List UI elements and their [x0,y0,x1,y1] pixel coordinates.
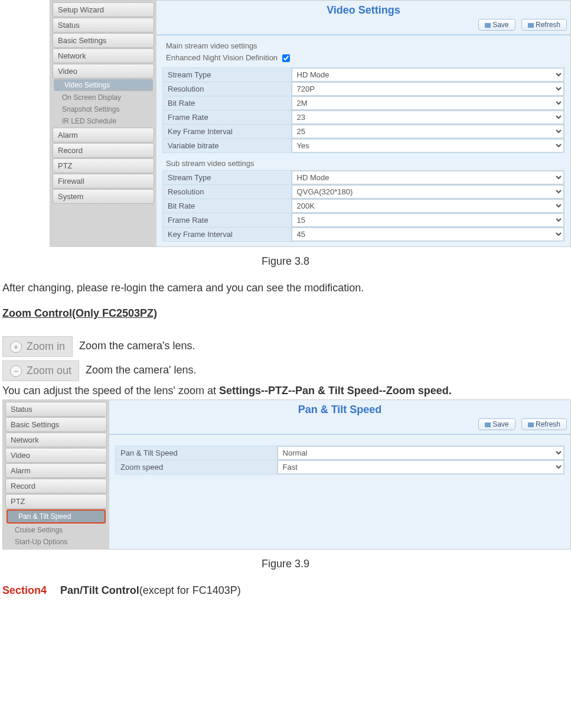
main-panel: Video Settings Save Refresh Main stream … [156,1,570,246]
refresh-label: Refresh [536,21,560,29]
main-frame-rate-select[interactable]: 23 [292,110,564,124]
sub-bit-rate-label: Bit Rate [163,199,292,213]
panel-title-ptz: Pan & Tilt Speed [109,400,570,417]
video-settings-screenshot: Setup Wizard Status Basic Settings Netwo… [50,0,571,247]
section4-rest: (except for FC1403P) [139,584,241,596]
sub-stream-type-label: Stream Type [163,171,292,185]
sidebar-item-ir-led-schedule[interactable]: IR LED Schedule [51,115,155,127]
sub-key-frame-label: Key Frame Interval [163,228,292,242]
zoom-out-description: Zoom the camera' lens. [86,364,197,376]
save-label-2: Save [492,420,508,428]
panel-title: Video Settings [156,1,570,18]
save-button[interactable]: Save [478,19,515,31]
sidebar-item-record-2[interactable]: Record [5,479,107,493]
sidebar-item-setup-wizard[interactable]: Setup Wizard [53,2,154,17]
figure-3-8-caption: Figure 3.8 [0,255,571,268]
sidebar-item-network[interactable]: Network [53,48,154,63]
sidebar-item-alarm-2[interactable]: Alarm [5,463,107,478]
pan-tilt-speed-screenshot: Status Basic Settings Network Video Alar… [2,399,571,550]
sub-bit-rate-select[interactable]: 200K [292,199,564,213]
sidebar-item-basic-settings[interactable]: Basic Settings [53,33,154,48]
enhanced-night-vision-label: Enhanced Night Vision Definition [166,53,278,62]
sub-key-frame-select[interactable]: 45 [292,228,564,241]
sidebar-item-system[interactable]: System [53,189,154,204]
refresh-button-2[interactable]: Refresh [521,418,567,430]
zoom-out-row: − Zoom out Zoom the camera' lens. [2,360,569,381]
main-resolution-select[interactable]: 720P [292,82,564,96]
zoom-out-button[interactable]: − Zoom out [2,360,79,381]
save-icon-2 [485,422,491,427]
zoom-control-heading: Zoom Control(Only FC2503PZ) [2,307,569,320]
sub-stream-heading: Sub stream video settings [166,159,570,168]
zoom-in-description: Zoom the camera's lens. [79,340,195,352]
main-frame-rate-label: Frame Rate [163,110,292,125]
section4-bold: Pan/Tilt Control [60,584,139,596]
zoom-path-prefix: You can adjust the speed of the lens' zo… [2,385,219,396]
main-bit-rate-select[interactable]: 2M [292,96,564,110]
save-label: Save [492,21,508,29]
main-stream-type-select[interactable]: HD Mode [292,68,564,82]
sub-resolution-select[interactable]: QVGA(320*180) [292,185,564,199]
sidebar-item-basic-settings-2[interactable]: Basic Settings [5,417,107,432]
refresh-icon [528,23,534,28]
sub-stream-table: Stream TypeHD Mode ResolutionQVGA(320*18… [162,170,565,242]
sidebar-item-cruise-settings[interactable]: Cruise Settings [4,524,108,536]
sub-frame-rate-label: Frame Rate [163,213,292,228]
sidebar-item-record[interactable]: Record [53,143,154,158]
sidebar-item-ptz[interactable]: PTZ [53,158,154,173]
main-stream-table: Stream TypeHD Mode Resolution720P Bit Ra… [162,67,565,153]
zoom-path-bold: Settings--PTZ--Pan & Tilt Speed--Zoom sp… [219,385,452,396]
zoom-speed-select[interactable]: Fast [278,460,564,474]
sidebar-item-status[interactable]: Status [53,18,154,32]
main-stream-heading: Main stream video settings [166,41,570,50]
main-stream-type-label: Stream Type [163,68,292,82]
sidebar-item-osd[interactable]: On Screen Display [51,92,155,103]
main-key-frame-label: Key Frame Interval [163,125,292,139]
zoom-out-label: Zoom out [27,365,71,377]
pan-tilt-speed-select[interactable]: Normal [278,446,564,460]
main-panel-ptz: Pan & Tilt Speed Save Refresh Pan & Tilt… [109,400,570,549]
refresh-button[interactable]: Refresh [521,19,567,31]
minus-icon: − [10,365,22,377]
pan-tilt-speed-label: Pan & Tilt Speed [116,446,278,460]
zoom-speed-label: Zoom speed [116,460,278,474]
zoom-in-button[interactable]: + Zoom in [2,336,73,357]
sidebar-item-ptz-2[interactable]: PTZ [5,494,107,509]
section4-label: Section4 [2,584,47,596]
sub-stream-type-select[interactable]: HD Mode [292,171,564,184]
enhanced-night-vision-row: Enhanced Night Vision Definition [166,53,570,64]
sidebar: Setup Wizard Status Basic Settings Netwo… [50,1,156,246]
sidebar-item-alarm[interactable]: Alarm [53,128,154,142]
zoom-in-row: + Zoom in Zoom the camera's lens. [2,336,569,357]
zoom-speed-path-text: You can adjust the speed of the lens' zo… [2,385,569,397]
plus-icon: + [10,341,22,353]
toolbar-ptz: Save Refresh [109,417,570,435]
toolbar: Save Refresh [156,18,570,35]
sidebar-item-pan-tilt-speed[interactable]: Pan & Tilt Speed [6,509,106,524]
main-variable-bitrate-label: Variable bitrate [163,139,292,153]
enhanced-night-vision-checkbox[interactable] [282,54,290,62]
sidebar-item-firewall[interactable]: Firewall [53,174,154,188]
paragraph-relogin-note: After changing, please re-login the came… [2,282,569,294]
sub-resolution-label: Resolution [163,185,292,199]
sidebar-item-video-settings[interactable]: Video Settings [54,79,153,91]
main-resolution-label: Resolution [163,82,292,96]
sidebar-item-snapshot-settings[interactable]: Snapshot Settings [51,103,155,115]
sidebar-item-startup-options[interactable]: Start-Up Options [4,536,108,548]
refresh-label-2: Refresh [536,420,560,428]
main-key-frame-select[interactable]: 25 [292,125,564,138]
save-button-2[interactable]: Save [478,418,515,430]
sidebar-item-status-2[interactable]: Status [5,402,107,417]
section4-heading: Section4 Pan/Tilt Control(except for FC1… [2,584,569,597]
main-variable-bitrate-select[interactable]: Yes [292,139,564,152]
zoom-in-label: Zoom in [27,340,65,353]
sidebar-item-video-2[interactable]: Video [5,448,107,463]
sub-frame-rate-select[interactable]: 15 [292,213,564,227]
sidebar-ptz: Status Basic Settings Network Video Alar… [3,400,109,549]
main-bit-rate-label: Bit Rate [163,96,292,110]
sidebar-item-network-2[interactable]: Network [5,433,107,447]
ptz-table: Pan & Tilt SpeedNormal Zoom speedFast [115,446,565,474]
save-icon [485,23,491,28]
sidebar-item-video[interactable]: Video [53,64,154,79]
figure-3-9-caption: Figure 3.9 [0,558,571,570]
